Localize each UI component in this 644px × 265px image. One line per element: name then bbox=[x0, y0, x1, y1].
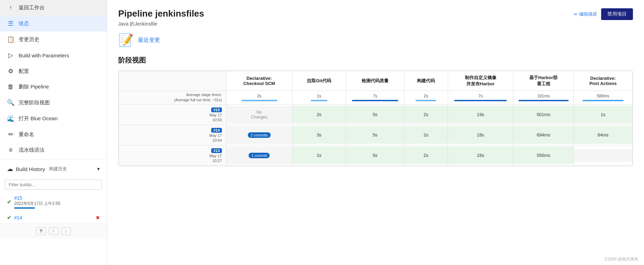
build-13-stage-2-cell[interactable]: 5s bbox=[346, 145, 404, 165]
build-15-stage-1-cell[interactable]: 2s bbox=[292, 104, 346, 125]
build-13-stage-5: 556ms bbox=[513, 146, 573, 164]
prog-bar-2 bbox=[352, 100, 398, 101]
build-13-date-small: May 17 bbox=[209, 154, 222, 158]
sidebar-item-back[interactable]: ↑ 返回工作台 bbox=[0, 0, 107, 16]
build-14-stage-4: 18s bbox=[448, 126, 513, 144]
stage-view-title: 阶段视图 bbox=[118, 56, 633, 65]
build-13-stage-6-empty bbox=[574, 149, 632, 162]
prog-bar-5 bbox=[519, 100, 569, 101]
sidebar-item-config[interactable]: ⚙ 配置 bbox=[0, 63, 107, 79]
build-row-14: #14 May 17 10:54 2 commits 3s bbox=[119, 125, 633, 145]
build-13-meta: #13 May 17 10:27 bbox=[119, 145, 226, 165]
sidebar-item-full-stage[interactable]: 🔍 完整阶段视图 bbox=[0, 95, 107, 111]
stage-header-empty bbox=[119, 71, 226, 91]
build-14-stage-5: 694ms bbox=[513, 126, 573, 144]
build-15-tag: #15 bbox=[211, 107, 222, 112]
sidebar-item-pipeline-syntax-label: 流水线语法 bbox=[19, 147, 45, 153]
play-icon: ▷ bbox=[7, 51, 15, 59]
sidebar-item-delete[interactable]: 🗑 删除 Pipeline bbox=[0, 79, 107, 95]
progress-cell-5: 191ms bbox=[513, 91, 573, 105]
scroll-up-button[interactable]: ↑ bbox=[49, 227, 58, 235]
progress-cell-2: 7s bbox=[346, 91, 404, 105]
avg-label-cell: Average stage times: (Average full run t… bbox=[119, 91, 226, 105]
build-15-stage-4: 19s bbox=[448, 106, 513, 123]
avg-val-5: 191ms bbox=[516, 94, 570, 98]
sidebar-item-blue-ocean[interactable]: 🌊 打开 Blue Ocean bbox=[0, 111, 107, 126]
build-14-date-small: May 17 bbox=[209, 133, 222, 138]
avg-val-1: 1s bbox=[295, 94, 343, 98]
sidebar-divider bbox=[0, 159, 107, 160]
sidebar-item-back-label: 返回工作台 bbox=[19, 4, 45, 11]
stage-header-3: 构建代码 bbox=[404, 71, 448, 91]
build-13-stage-3-cell[interactable]: 2s bbox=[404, 145, 448, 165]
gear-icon: ⚙ bbox=[7, 67, 15, 75]
page-title: Pipeline jenkinsfiles bbox=[118, 8, 633, 19]
sidebar-item-full-stage-label: 完整阶段视图 bbox=[19, 100, 50, 106]
build-13-id-cell: #13 May 17 10:27 bbox=[123, 148, 222, 163]
recent-changes-link[interactable]: 最近变更 bbox=[138, 37, 160, 44]
build-14-num: #14 bbox=[14, 215, 22, 220]
build-14-id-cell: #14 May 17 10:54 bbox=[123, 128, 222, 142]
stage-header-0: Declarative:Checkout SCM bbox=[226, 71, 292, 91]
build-list-item-14[interactable]: ✔ #14 ✖ bbox=[0, 211, 107, 224]
build-15-bar bbox=[14, 207, 35, 209]
sidebar-item-build-params-label: Build with Parameters bbox=[19, 53, 69, 58]
build-14-info: #14 bbox=[14, 215, 22, 220]
scroll-up-top-button[interactable]: ⇈ bbox=[36, 227, 46, 235]
sidebar-item-build-params[interactable]: ▷ Build with Parameters bbox=[0, 47, 107, 63]
top-actions: ✏ 编辑描述 禁用项目 bbox=[574, 8, 633, 20]
build-14-stage-1-cell[interactable]: 3s bbox=[292, 125, 346, 145]
progress-cell-6: 589ms bbox=[573, 91, 632, 105]
stage-table-wrap: Declarative:Checkout SCM 拉取Git代码 检测代码质量 … bbox=[118, 70, 633, 166]
build-15-stage-6-cell[interactable]: 1s bbox=[573, 104, 632, 125]
disable-project-button[interactable]: 禁用项目 bbox=[601, 8, 633, 20]
build-13-commit-badge: 1 commit bbox=[249, 153, 270, 158]
no-changes-label2: Changes bbox=[251, 115, 268, 120]
build-14-stage-6-cell[interactable]: 84ms bbox=[573, 125, 632, 145]
build-15-no-changes: No Changes bbox=[226, 106, 292, 124]
build-15-stage-3-cell[interactable]: 2s bbox=[404, 104, 448, 125]
back-icon: ↑ bbox=[7, 4, 15, 11]
build-14-tag: #14 bbox=[211, 128, 222, 133]
scroll-down-button[interactable]: ↓ bbox=[61, 227, 71, 235]
prog-bar-1 bbox=[311, 100, 327, 101]
sidebar-item-pipeline-syntax[interactable]: ≡ 流水线语法 bbox=[0, 142, 107, 158]
build-14-stage-4-cell[interactable]: 18s bbox=[448, 125, 513, 145]
build-14-time-small: 10:54 bbox=[212, 138, 222, 142]
blue-ocean-icon: 🌊 bbox=[7, 115, 15, 122]
build-13-commits: 1 commit bbox=[226, 146, 292, 164]
build-14-stage-5-cell[interactable]: 694ms bbox=[513, 125, 573, 145]
filter-input[interactable] bbox=[5, 180, 102, 190]
watermark: CSDN @南宫乘风 bbox=[605, 256, 638, 262]
build-15-stage-2-cell[interactable]: 5s bbox=[346, 104, 404, 125]
edit-icon: ✏ bbox=[574, 12, 578, 17]
build-14-stage-2-cell[interactable]: 5s bbox=[346, 125, 404, 145]
build-13-stage-1-cell[interactable]: 1s bbox=[292, 145, 346, 165]
build-13-stage-5-cell[interactable]: 556ms bbox=[513, 145, 573, 165]
build-13-tag: #13 bbox=[211, 148, 222, 153]
build-15-stage-4-cell[interactable]: 19s bbox=[448, 104, 513, 125]
avg-label: Average stage times: (Average full run t… bbox=[122, 92, 222, 103]
sidebar: ↑ 返回工作台 ☰ 状态 📋 变更历史 ▷ Build with Paramet… bbox=[0, 0, 107, 265]
rename-icon: ✏ bbox=[7, 131, 15, 138]
build-list-item-15[interactable]: ✔ #15 2022年5月17日 上午2:55 bbox=[0, 192, 107, 211]
sidebar-item-change-history[interactable]: 📋 变更历史 bbox=[0, 31, 107, 47]
build-14-stage-3-cell[interactable]: 2s bbox=[404, 125, 448, 145]
sidebar-item-rename[interactable]: ✏ 重命名 bbox=[0, 126, 107, 142]
build-history-icon: ☁ bbox=[7, 165, 13, 173]
sidebar-item-status[interactable]: ☰ 状态 bbox=[0, 16, 107, 31]
prog-bar-0 bbox=[241, 100, 277, 101]
edit-description-link[interactable]: ✏ 编辑描述 bbox=[574, 11, 597, 17]
delete-icon: 🗑 bbox=[7, 83, 15, 91]
build-history-header[interactable]: ☁ Build History 构建历史 ▾ bbox=[0, 161, 107, 177]
sidebar-item-delete-label: 删除 Pipeline bbox=[19, 84, 49, 90]
build-15-stage-5-cell[interactable]: 501ms bbox=[513, 104, 573, 125]
build-14-stage-6: 84ms bbox=[574, 126, 632, 144]
filter-wrap bbox=[0, 177, 107, 192]
build-14-stage-3: 2s bbox=[404, 126, 448, 144]
build-13-stage-4-cell[interactable]: 18s bbox=[448, 145, 513, 165]
build-13-stage-3: 2s bbox=[404, 146, 448, 164]
build-row-13: #13 May 17 10:27 1 commit 1s bbox=[119, 145, 633, 165]
build-13-stage-2: 5s bbox=[346, 146, 404, 164]
syntax-icon: ≡ bbox=[7, 146, 15, 154]
